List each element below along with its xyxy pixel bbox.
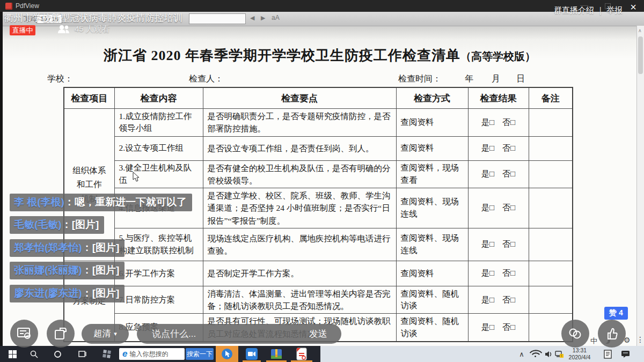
thumbs-up-icon xyxy=(605,327,619,341)
chat-input-bar: 发送 xyxy=(137,324,341,344)
toolbar-search-field[interactable] xyxy=(189,13,246,24)
cell-content: 6.开学工作方案 xyxy=(114,261,203,286)
cell-result: 是□ 否□ xyxy=(468,136,529,160)
volume-icon[interactable] xyxy=(543,346,554,362)
cell-points: 现场连线定点医疗机构、属地疾控机构等电话进行查验。 xyxy=(203,228,396,261)
chat-list-button[interactable] xyxy=(10,320,38,348)
taskbar-app-pointer[interactable] xyxy=(216,346,238,362)
meta-year: 年 xyxy=(465,73,473,85)
close-icon[interactable]: × xyxy=(630,1,636,13)
quality-selector[interactable]: 超清 ▾ xyxy=(82,324,129,344)
taskbar-search-box[interactable]: e 输入你想搜的 xyxy=(119,348,185,360)
network-icon[interactable]: ! xyxy=(554,346,565,362)
table-header-row: 检查项目 检查内容 检查要点 检查方式 检查结果 备注 xyxy=(64,87,573,109)
search-go-button[interactable]: 搜索一下 xyxy=(186,348,214,360)
document-scrollbar[interactable]: ∧ xyxy=(636,26,644,346)
prev-page-icon[interactable]: ◀ xyxy=(250,14,254,21)
cell-points: 是否设立专项工作组，是否责任到岗、到人。 xyxy=(203,136,396,160)
scrollbar-up-icon[interactable]: ∧ xyxy=(638,28,642,33)
group-live-intro-link[interactable]: 群直播介绍 xyxy=(554,5,594,14)
cortana-icon xyxy=(54,350,62,358)
cell-points: 是否建立学校、校区、院系、班级、教师、学生沟通渠道；是否坚持 24 小时值班制度… xyxy=(203,188,396,228)
notes-icon[interactable] xyxy=(601,346,614,362)
col-header-result: 检查结果 xyxy=(468,87,529,109)
live-badge: 直播中 xyxy=(10,25,35,35)
edge-icon[interactable]: e xyxy=(122,349,127,359)
wifi-icon[interactable] xyxy=(530,346,541,362)
ime-indicator[interactable]: 中 xyxy=(590,336,597,346)
taskbar-app-video[interactable] xyxy=(241,346,262,362)
taskbar-app-pdf[interactable] xyxy=(290,346,313,362)
cell-remark xyxy=(529,228,573,261)
svg-text:!: ! xyxy=(561,354,562,358)
cell-result: 是□ 否□ xyxy=(468,188,529,228)
cell-remark xyxy=(529,109,573,137)
stream-top-menu: 群直播介绍 ｜ 举报 xyxy=(554,5,623,16)
chat-input[interactable] xyxy=(137,328,309,340)
chat-sender-name: 毛敏(毛敏) xyxy=(14,219,62,230)
col-header-content: 检查内容 xyxy=(114,87,203,109)
taskbar-search-button[interactable] xyxy=(26,346,42,362)
pinned-app-pinwheel[interactable] xyxy=(99,346,115,362)
chat-message: 毛敏(毛敏)：[图片] xyxy=(10,216,104,234)
like-button[interactable] xyxy=(598,320,626,348)
col-header-method: 检查方式 xyxy=(396,87,468,109)
clock-date: 2020/4/4 xyxy=(565,354,595,361)
share-link-icon xyxy=(568,328,583,339)
checklist-body: 组织体系 和工作 机制 1.成立疫情防控工作领导小组 是否明确职责分工，是否专题… xyxy=(64,109,573,342)
font-size-icon[interactable]: aA xyxy=(272,14,280,21)
cortana-button[interactable] xyxy=(49,346,65,362)
task-view-button[interactable] xyxy=(74,346,90,362)
meta-time: 检查时间： xyxy=(398,73,441,85)
cell-method: 查阅资料 xyxy=(396,136,468,160)
chat-sender-name: 张丽娜(张丽娜) xyxy=(14,264,82,276)
start-button[interactable] xyxy=(4,346,20,362)
windows-logo-icon xyxy=(9,350,17,358)
window-titlebar: PdfView xyxy=(0,0,644,12)
share-button[interactable] xyxy=(561,320,589,348)
report-link[interactable]: 举报 xyxy=(606,5,623,14)
tray-overflow-icon[interactable]: ⋮ xyxy=(636,335,644,344)
archive-app-icon xyxy=(270,348,282,360)
window-title: PdfView xyxy=(16,2,39,10)
cell-method: 查阅资料、现场连线 xyxy=(396,228,468,261)
cell-remark xyxy=(529,160,573,188)
taskbar-clock[interactable]: 13:31 2020/4/4 xyxy=(565,347,595,361)
mouse-cursor xyxy=(132,172,140,182)
cell-result: 是□ 否□ xyxy=(468,286,529,314)
table-row: 方案制定 6.开学工作方案 是否制定开学工作方案。 查阅资料 是□ 否□ xyxy=(64,261,573,286)
scrollbar-thumb[interactable] xyxy=(638,36,643,74)
cell-result: 是□ 否□ xyxy=(468,261,529,286)
cell-content: 5.与医疗、疾控等机构建立联防联控机制 xyxy=(114,228,203,261)
notification-center-icon[interactable] xyxy=(618,346,632,362)
cell-remark xyxy=(529,188,573,228)
stream-title: 衢州市学校新型冠状病毒肺炎疫情防控培训 xyxy=(4,12,183,24)
chat-message: 郑孝怡(郑孝怡)：[图片] xyxy=(10,239,125,257)
cell-method: 查阅资料，现场查看 xyxy=(396,160,468,188)
pdf-app-icon xyxy=(296,348,308,360)
cell-method: 查阅资料 xyxy=(396,109,468,137)
cell-points: 消毒清洁、体温测量、进出管理等相关内容是否完备；随机访谈教职员工是否知悉情况。 xyxy=(203,286,396,314)
cell-content: 2.设立专项工作组 xyxy=(114,136,203,160)
menu-divider: ｜ xyxy=(596,5,604,14)
next-page-icon[interactable]: ▶ xyxy=(261,14,265,21)
rotate-icon xyxy=(54,327,68,341)
video-app-icon xyxy=(246,348,258,360)
chat-message: 廖东进(廖东进)：[图片] xyxy=(10,285,125,302)
rotate-screen-button[interactable] xyxy=(47,320,75,348)
cell-result: 是□ 否□ xyxy=(468,228,529,261)
cell-remark xyxy=(529,286,573,314)
like-count-badge: 赞 4 xyxy=(604,307,628,320)
inspection-checklist-table: 检查项目 检查内容 检查要点 检查方式 检查结果 备注 组织体系 和工作 机制 … xyxy=(63,87,573,342)
tray-chevron-up[interactable]: ∧ xyxy=(516,346,527,362)
cell-result: 是□ 否□ xyxy=(468,160,529,188)
viewers-icon xyxy=(57,25,71,34)
meta-inspector: 检查人： xyxy=(189,73,223,85)
cell-content: 7.日常防控方案 xyxy=(114,286,203,314)
pdfview-app-icon xyxy=(5,3,12,10)
cell-result: 是□ 否□ xyxy=(468,109,529,137)
taskbar-app-archive[interactable] xyxy=(265,346,288,362)
left-edge-strip xyxy=(0,12,3,346)
table-row: 7.日常防控方案 消毒清洁、体温测量、进出管理等相关内容是否完备；随机访谈教职员… xyxy=(64,286,573,314)
send-button[interactable]: 发送 xyxy=(309,328,341,340)
